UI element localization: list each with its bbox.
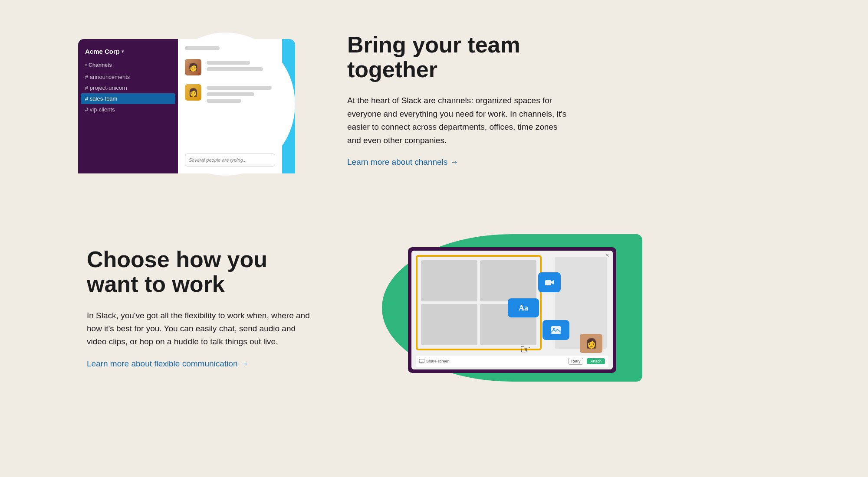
chat-line xyxy=(207,99,241,103)
chat-message: 👩 xyxy=(185,84,275,103)
chat-line xyxy=(207,61,250,65)
learn-channels-arrow: → xyxy=(450,157,458,167)
chat-line xyxy=(207,67,263,71)
share-screen-label: Share screen xyxy=(419,359,450,363)
text-format-icon: Aa xyxy=(519,304,528,313)
channel-item-active[interactable]: # sales-team xyxy=(81,93,175,104)
screen-inner: ✕ xyxy=(411,251,613,369)
typing-indicator: Several people are typing... xyxy=(189,157,247,163)
chat-top-bar xyxy=(185,46,220,50)
learn-communication-link[interactable]: Learn more about flexible communication … xyxy=(87,359,248,369)
section2-heading-line2: want to work xyxy=(87,271,225,297)
svg-rect-0 xyxy=(545,280,551,285)
svg-marker-1 xyxy=(551,280,554,284)
section2-text: Choose how you want to work In Slack, yo… xyxy=(87,247,339,369)
section-top: Acme Corp ▾ ▾ Channels # announcements #… xyxy=(0,0,868,199)
section1-body: At the heart of Slack are channels: orga… xyxy=(347,94,573,147)
section1-text: Bring your team together At the heart of… xyxy=(347,33,608,167)
channel-item[interactable]: # project-unicorn xyxy=(78,82,178,93)
image-icon-float xyxy=(542,320,569,340)
screen-close-button[interactable]: ✕ xyxy=(605,252,609,258)
workspace-title: Acme Corp ▾ xyxy=(78,48,178,62)
chat-line xyxy=(207,86,272,90)
chat-message: 🧑 xyxy=(185,59,275,75)
svg-rect-2 xyxy=(551,326,561,334)
workspace-caret: ▾ xyxy=(122,49,124,54)
channels-label-text: Channels xyxy=(89,62,112,68)
learn-channels-text: Learn more about channels xyxy=(347,157,447,167)
camera-icon-float xyxy=(538,272,561,292)
flexible-communication-illustration: ✕ xyxy=(373,225,642,390)
chat-input[interactable]: Several people are typing... xyxy=(185,154,275,167)
section-bottom: Choose how you want to work In Slack, yo… xyxy=(0,199,868,416)
section2-body: In Slack, you've got all the flexibility… xyxy=(87,309,312,349)
section2-heading: Choose how you want to work xyxy=(87,247,339,297)
text-icon-float: Aa xyxy=(508,298,539,317)
share-screen-text: Share screen xyxy=(426,359,450,363)
svg-rect-4 xyxy=(419,359,424,363)
channels-illustration: Acme Corp ▾ ▾ Channels # announcements #… xyxy=(69,26,312,173)
chat-area: 🧑 👩 Several people are xyxy=(178,39,282,173)
page-wrapper: Acme Corp ▾ ▾ Channels # announcements #… xyxy=(0,0,868,477)
learn-communication-text: Learn more about flexible communication xyxy=(87,359,237,369)
section2-heading-line1: Choose how you xyxy=(87,247,267,272)
screen-mockup: ✕ xyxy=(408,247,616,373)
section1-heading: Bring your team together xyxy=(347,33,608,82)
learn-channels-link[interactable]: Learn more about channels → xyxy=(347,157,458,167)
chat-lines xyxy=(207,84,272,103)
avatar-1: 🧑 xyxy=(185,59,201,75)
channel-item[interactable]: # announcements xyxy=(78,72,178,82)
chat-lines xyxy=(207,59,263,71)
learn-communication-arrow: → xyxy=(240,359,248,369)
screen-bottom-bar: Share screen Retry Attach xyxy=(416,356,608,367)
channels-section-label: ▾ Channels xyxy=(78,62,178,72)
cursor-hand-icon: ☞ xyxy=(520,342,531,356)
chat-line xyxy=(207,92,254,96)
attach-button[interactable]: Attach xyxy=(587,358,605,364)
avatar-2: 👩 xyxy=(185,84,201,101)
close-icon: ✕ xyxy=(605,252,609,258)
retry-button[interactable]: Retry xyxy=(568,358,584,365)
channels-caret: ▾ xyxy=(85,63,87,67)
slack-sidebar: Acme Corp ▾ ▾ Channels # announcements #… xyxy=(78,39,178,173)
screen-avatar: 👩 xyxy=(580,334,602,353)
channel-item[interactable]: # vip-clients xyxy=(78,104,178,115)
workspace-name: Acme Corp xyxy=(85,48,120,55)
